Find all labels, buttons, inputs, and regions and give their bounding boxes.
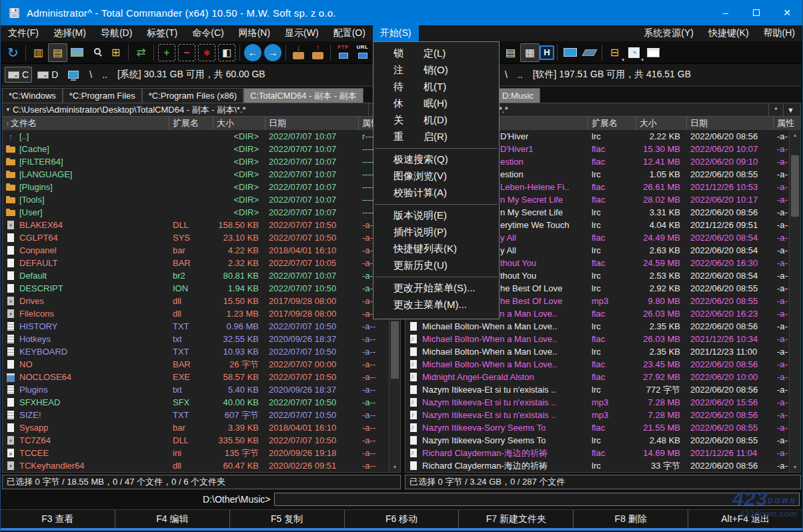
- sync-dirs-icon[interactable]: ⇄: [131, 43, 151, 62]
- file-row[interactable]: FileIconsdll1.23 MB2017/09/28 08:00-a--: [3, 307, 388, 320]
- menubar-item[interactable]: 快捷键(K): [701, 25, 756, 41]
- tree-view-icon[interactable]: ⊞: [106, 43, 125, 62]
- image-viewer-icon[interactable]: [67, 43, 87, 62]
- menubar-item[interactable]: 配置(O): [326, 25, 373, 41]
- file-row[interactable]: Michael Bolton-When a Man Love..flac23.4…: [406, 358, 788, 371]
- file-row[interactable]: TC7Z64DLL335.50 KB2022/07/07 10:50-a--: [3, 434, 388, 447]
- scroll-up-icon[interactable]: ▲: [790, 130, 800, 140]
- root-dir-button[interactable]: \: [85, 67, 96, 82]
- hex-viewer-icon[interactable]: H: [540, 45, 554, 60]
- file-row[interactable]: TCKeyhandler64dll60.47 KB2020/02/26 09:5…: [3, 459, 388, 472]
- start-menu-item[interactable]: 重 启(R): [373, 129, 499, 145]
- file-row[interactable]: HISTORYTXT0.96 MB2022/07/07 10:50-a--: [3, 320, 388, 333]
- folder-tab[interactable]: D:Music: [496, 88, 540, 103]
- file-row[interactable]: TCCEEini135 字节2020/09/26 19:18-a--: [3, 447, 388, 459]
- start-menu-item[interactable]: 版本说明(E): [373, 207, 499, 224]
- parent-dir-button[interactable]: ..: [98, 67, 111, 82]
- start-menu-item[interactable]: 图像浏览(V): [373, 168, 499, 185]
- invert-selection-icon[interactable]: ◧: [218, 44, 235, 61]
- file-row[interactable]: NOCLOSE64EXE58.57 KB2022/07/07 10:50-a--: [3, 371, 388, 383]
- column-header[interactable]: 扩展名: [588, 117, 636, 130]
- folder-grid-icon[interactable]: ⊟▾: [605, 43, 624, 62]
- file-row[interactable]: ↑[..]<DIR>2022/07/07 10:07r---: [3, 130, 388, 143]
- maximize-button[interactable]: [741, 0, 772, 25]
- search-icon[interactable]: [87, 43, 106, 62]
- file-row[interactable]: Michael Bolton-When a Man Love..lrc2.35 …: [406, 320, 788, 333]
- menubar-item[interactable]: 导航(D): [93, 25, 139, 41]
- start-menu-item[interactable]: 待 机(T): [373, 79, 499, 95]
- start-menu-item[interactable]: 休 眠(H): [373, 95, 499, 112]
- start-menu-item[interactable]: 快捷键列表(K): [373, 241, 499, 257]
- back-icon[interactable]: ←: [244, 44, 261, 61]
- file-row[interactable]: DEFAULTBAR2.32 KB2022/07/07 10:05-a--: [3, 257, 388, 269]
- file-row[interactable]: Sysappbar3.39 KB2018/04/01 16:10-a--: [3, 421, 388, 434]
- file-row[interactable]: [Tools]<DIR>2022/07/07 10:07----: [3, 193, 388, 206]
- column-header[interactable]: ↑文件名: [3, 117, 169, 130]
- path-history-icon[interactable]: ▼: [5, 107, 11, 113]
- column-header[interactable]: 日期: [687, 117, 774, 130]
- file-row[interactable]: Nazym Itikeeva-Sorry Seems Toflac21.55 M…: [406, 421, 788, 434]
- start-menu-item[interactable]: 注 销(O): [373, 62, 499, 79]
- file-row[interactable]: Midnight Angel-Gerald Alstonflac27.92 MB…: [406, 371, 788, 383]
- file-row[interactable]: [Cache]<DIR>2022/07/07 10:07----: [3, 143, 388, 155]
- file-row[interactable]: Hotkeystxt32.55 KB2020/09/26 18:37-a--: [3, 333, 388, 345]
- file-row[interactable]: Conpanelbar4.22 KB2018/04/01 16:10-a--: [3, 244, 388, 257]
- command-input[interactable]: [274, 493, 800, 506]
- file-row[interactable]: Defaultbr280.81 KB2022/07/07 10:07-a--: [3, 269, 388, 282]
- unpack-files-icon[interactable]: ↑: [308, 43, 327, 62]
- drive-button-d[interactable]: D: [34, 67, 61, 83]
- ftp-connect-icon[interactable]: FTP: [333, 43, 353, 62]
- file-row[interactable]: Nazym Itikeeva-Et si tu n'existais ..lrc…: [406, 383, 788, 396]
- scroll-thumb[interactable]: [391, 321, 399, 379]
- file-row[interactable]: Drivesdll15.50 KB2017/09/28 08:00-a--: [3, 295, 388, 307]
- function-key-button[interactable]: Alt+F4 退出: [688, 510, 802, 528]
- menubar-item[interactable]: 系统资源(Y): [636, 25, 701, 41]
- file-row[interactable]: Michael Bolton-When a Man Love..lrc2.35 …: [406, 345, 788, 358]
- remove-toolbar-button-icon[interactable]: −: [178, 44, 195, 61]
- minimize-button[interactable]: –: [710, 0, 741, 25]
- file-row[interactable]: [LANGUAGE]<DIR>2022/07/07 10:07----: [3, 168, 388, 181]
- menubar-item[interactable]: 开始(S): [373, 25, 419, 41]
- parent-dir-button[interactable]: ..: [514, 67, 527, 82]
- file-row[interactable]: SFXHEADSFX40.00 KB2022/07/07 10:50-a--: [3, 396, 388, 409]
- folder-tab[interactable]: *C:Program Files: [63, 88, 142, 103]
- function-key-button[interactable]: F5 复制: [229, 510, 344, 528]
- folder-tab[interactable]: C:TotalCMD64 - 副本 - 副本: [243, 88, 363, 103]
- menubar-item[interactable]: 标签(T): [139, 25, 185, 41]
- file-row[interactable]: [Plugins]<DIR>2022/07/07 10:07----: [3, 181, 388, 193]
- file-row[interactable]: Michael Bolton-When a Man Love..flac26.0…: [406, 333, 788, 345]
- filter-button[interactable]: *: [768, 103, 783, 116]
- right-scrollbar[interactable]: ▲ ▼: [789, 130, 800, 472]
- add-toolbar-button-icon[interactable]: +: [158, 44, 175, 61]
- file-row[interactable]: [User]<DIR>2022/07/07 10:07----: [3, 206, 388, 219]
- close-button[interactable]: ✕: [772, 0, 802, 25]
- drive-button-c[interactable]: C: [5, 67, 32, 83]
- root-dir-button[interactable]: \: [501, 67, 512, 82]
- column-header[interactable]: 日期: [265, 117, 359, 130]
- function-key-button[interactable]: F3 查看: [1, 510, 115, 528]
- show-desktop-icon[interactable]: [560, 43, 580, 62]
- file-row[interactable]: KEYBOARDTXT10.93 KB2022/07/07 10:50-a--: [3, 345, 388, 358]
- pack-files-icon[interactable]: ↓: [289, 43, 308, 62]
- folder-tab[interactable]: *C:Windows: [2, 88, 63, 103]
- start-menu-item[interactable]: 插件说明(P): [373, 224, 499, 241]
- file-row[interactable]: Pluginstxt5.40 KB2020/09/26 18:37-a--: [3, 383, 388, 396]
- column-header[interactable]: 大小: [636, 117, 687, 130]
- menubar-item[interactable]: 帮助(H): [756, 25, 802, 41]
- column-header[interactable]: 属性: [774, 117, 800, 130]
- start-menu-item[interactable]: 极速搜索(Q): [373, 151, 499, 168]
- scroll-thumb[interactable]: [791, 155, 799, 217]
- path-dropdown-button[interactable]: ▼: [783, 103, 798, 116]
- file-row[interactable]: CGLPT64SYS23.10 KB2022/07/07 10:50-a--: [3, 231, 388, 244]
- url-download-icon[interactable]: URL: [353, 43, 372, 62]
- left-path-bar[interactable]: ▼ C:\Users\Administrator\Desktop\TotalCM…: [2, 103, 401, 117]
- window-icon[interactable]: [644, 43, 663, 62]
- start-menu-item[interactable]: 更新历史(U): [373, 257, 499, 274]
- charts-icon[interactable]: ◔▾: [624, 43, 644, 62]
- refresh-icon[interactable]: ↻: [3, 43, 23, 62]
- file-row[interactable]: BLAKEX64DLL158.50 KB2022/07/07 10:50-a--: [3, 219, 388, 231]
- file-row[interactable]: Nazym Itikeeva-Sorry Seems Tolrc2.48 KB2…: [406, 434, 788, 447]
- start-menu-item[interactable]: 更改开始菜单(S)...: [373, 280, 499, 297]
- forward-icon[interactable]: →: [264, 44, 281, 61]
- folder-tab[interactable]: *C:Program Files (x86): [142, 88, 243, 103]
